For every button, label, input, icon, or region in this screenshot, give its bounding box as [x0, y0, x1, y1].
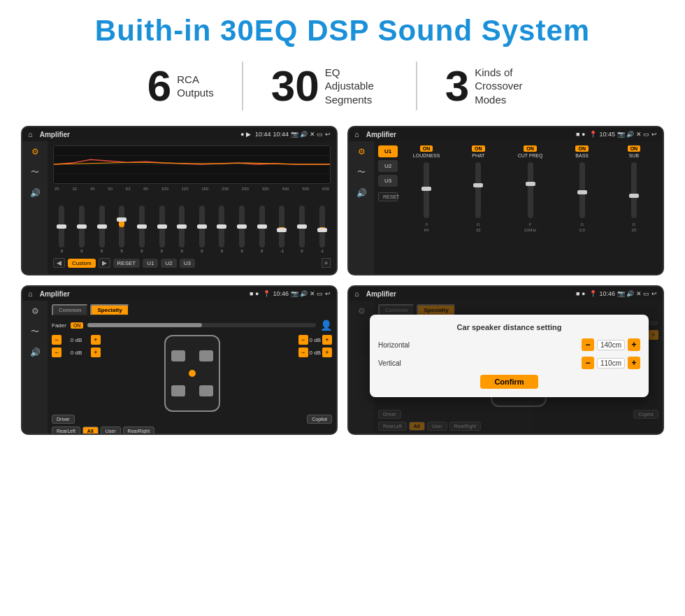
page-title: Buith-in 30EQ DSP Sound System [21, 14, 664, 48]
speaker-screen-content: ⚙ 〜 🔊 Common Specialty Fader ON 👤 [22, 301, 336, 434]
eq-sliders-row: 0 0 0 5 [53, 194, 331, 256]
eq-freq-labels: 253240506380100 125160200250320400500630 [53, 187, 331, 191]
btn-rearleft[interactable]: RearLeft [52, 427, 80, 435]
crossover-sidebar-filter[interactable]: ⚙ [358, 147, 366, 157]
sp-dialog-app-name: Amplifier [366, 290, 572, 298]
eq-u2-btn[interactable]: U2 [161, 259, 176, 268]
btn-driver[interactable]: Driver [52, 415, 75, 424]
speaker-bottom-btns: Driver Copilot [52, 415, 332, 424]
cutfreq-val: F [529, 222, 532, 227]
preset-u2-btn[interactable]: U2 [378, 160, 398, 172]
loudness-val2: 64 [424, 228, 429, 232]
horizontal-plus-btn[interactable]: + [628, 338, 640, 351]
btn-copilot[interactable]: Copilot [307, 415, 332, 424]
person-icon: 👤 [320, 320, 332, 331]
eq-slider-11: 0 [253, 206, 271, 253]
tab-common[interactable]: Common [52, 304, 88, 316]
stats-row: 6 RCA Outputs 30 EQ Adjustable Segments … [21, 62, 664, 110]
phat-on: ON [472, 145, 485, 152]
stat-rca-label: RCA Outputs [177, 73, 214, 100]
sp-minus-fr[interactable]: − [298, 335, 308, 345]
crossover-main-panel: U1 U2 U3 RESET ON LOUDNESS [374, 141, 663, 274]
speaker-tabs: Common Specialty [52, 304, 332, 316]
crossover-icons: 📷 🔊 ✕ ▭ ↩ [617, 131, 657, 138]
btn-rearright[interactable]: RearRight [123, 427, 155, 435]
crossover-screen: ⌂ Amplifier ■ ● 📍 10:45 📷 🔊 ✕ ▭ ↩ ⚙ 〜 🔊 [347, 126, 664, 275]
stat-crossover-number: 3 [445, 64, 469, 108]
screenshots-grid: ⌂ Amplifier ● ▶ 10:44 10:44 📷 🔊 ✕ ▭ ↩ ⚙ … [21, 126, 664, 435]
stat-rca: 6 RCA Outputs [120, 64, 242, 108]
speaker-fader-row: Fader ON 👤 [52, 320, 332, 331]
channel-cutfreq: ON CUT FREQ F 100Hz [505, 145, 554, 270]
eq-u1-btn[interactable]: U1 [143, 259, 158, 268]
eq-icons: 📷 🔊 ✕ ▭ ↩ [291, 131, 331, 138]
speaker-layout: − 0 dB + − 0 dB + [52, 335, 332, 412]
eq-expand-btn[interactable]: » [322, 258, 331, 268]
speaker-sidebar-wave[interactable]: 〜 [31, 326, 39, 338]
eq-prev-btn[interactable]: ◀ [53, 258, 65, 268]
preset-u1-btn[interactable]: U1 [378, 145, 398, 157]
eq-sidebar-icon-wave[interactable]: 〜 [31, 166, 39, 178]
sp-minus-fl[interactable]: − [52, 335, 62, 345]
seat-front-right [199, 350, 213, 361]
btn-all[interactable]: All [82, 427, 99, 435]
horizontal-minus-btn[interactable]: − [582, 338, 594, 351]
dialog-horizontal-row: Horizontal − 140cm + [378, 338, 640, 351]
speaker-sidebar-filter[interactable]: ⚙ [31, 306, 39, 316]
sp-db-row-1: − 0 dB + [52, 335, 101, 345]
crossover-sidebar-wave[interactable]: 〜 [357, 166, 366, 178]
sp-minus-rr[interactable]: − [298, 348, 308, 357]
cutfreq-slider[interactable] [528, 162, 533, 218]
home-icon: ⌂ [28, 130, 33, 138]
seat-rear-right [199, 385, 213, 396]
bass-on: ON [575, 145, 589, 152]
eq-play-btn[interactable]: ▶ [99, 258, 110, 268]
crossover-app-name: Amplifier [366, 131, 572, 138]
preset-u3-btn[interactable]: U3 [378, 175, 398, 187]
crossover-time: 10:45 [599, 131, 615, 138]
sp-plus-rl[interactable]: + [91, 348, 101, 357]
loudness-slider[interactable] [424, 162, 429, 218]
eq-reset-btn[interactable]: RESET [113, 259, 140, 268]
speaker-sidebar-speaker[interactable]: 🔊 [30, 348, 41, 357]
vertical-plus-btn[interactable]: + [628, 357, 640, 369]
vertical-stepper: − 110cm + [582, 357, 640, 369]
eq-mode-dots: ● ▶ [240, 131, 251, 138]
eq-slider-14: -1 [313, 206, 331, 253]
speaker-dialog-screen: ⌂ Amplifier ■ ● 📍 10:46 📷 🔊 ✕ ▭ ↩ ⚙ Comm… [347, 285, 664, 435]
fader-bar[interactable] [87, 323, 316, 327]
sub-slider[interactable] [631, 162, 637, 218]
stat-crossover-label: Kinds of Crossover Modes [475, 66, 538, 107]
sp-db-fr: 0 dB [310, 337, 321, 343]
btn-user[interactable]: User [101, 427, 121, 435]
sp-dialog-home-icon: ⌂ [354, 289, 359, 298]
bass-freq: 3.0 [579, 228, 585, 232]
eq-sidebar-icon-speaker[interactable]: 🔊 [30, 188, 41, 198]
sp-plus-rr[interactable]: + [322, 348, 332, 357]
sp-minus-rl[interactable]: − [52, 348, 62, 357]
crossover-sidebar-speaker[interactable]: 🔊 [356, 188, 367, 198]
speaker-home-icon: ⌂ [28, 289, 33, 298]
crossover-reset-btn[interactable]: RESET [378, 192, 398, 201]
speaker-sidebar: ⚙ 〜 🔊 [22, 301, 48, 434]
speaker-status-bar: ⌂ Amplifier ■ ● 📍 10:46 📷 🔊 ✕ ▭ ↩ [22, 287, 336, 301]
eq-custom-btn[interactable]: Custom [68, 259, 96, 268]
eq-screen: ⌂ Amplifier ● ▶ 10:44 10:44 📷 🔊 ✕ ▭ ↩ ⚙ … [21, 126, 338, 275]
eq-slider-4: 5 [113, 206, 131, 253]
horizontal-value: 140cm [597, 340, 625, 350]
vertical-minus-btn[interactable]: − [582, 357, 594, 369]
sp-dialog-icons: 📷 🔊 ✕ ▭ ↩ [617, 290, 657, 297]
sp-plus-fr[interactable]: + [322, 335, 332, 345]
eq-sidebar-icon-filter[interactable]: ⚙ [31, 147, 39, 157]
sp-plus-fl[interactable]: + [91, 335, 101, 345]
vertical-value: 110cm [597, 358, 625, 368]
speaker-screen: ⌂ Amplifier ■ ● 📍 10:46 📷 🔊 ✕ ▭ ↩ ⚙ 〜 🔊 [21, 285, 338, 435]
tab-specialty[interactable]: Specialty [90, 304, 129, 316]
phat-slider[interactable] [475, 162, 481, 218]
eq-slider-8: 0 [193, 206, 210, 253]
bass-slider[interactable] [579, 162, 585, 218]
sp-dialog-screen-content: ⚙ Common Specialty Fader ON [349, 301, 663, 434]
car-diagram-container [105, 335, 279, 412]
confirm-button[interactable]: Confirm [480, 375, 538, 389]
eq-u3-btn[interactable]: U3 [180, 259, 195, 268]
